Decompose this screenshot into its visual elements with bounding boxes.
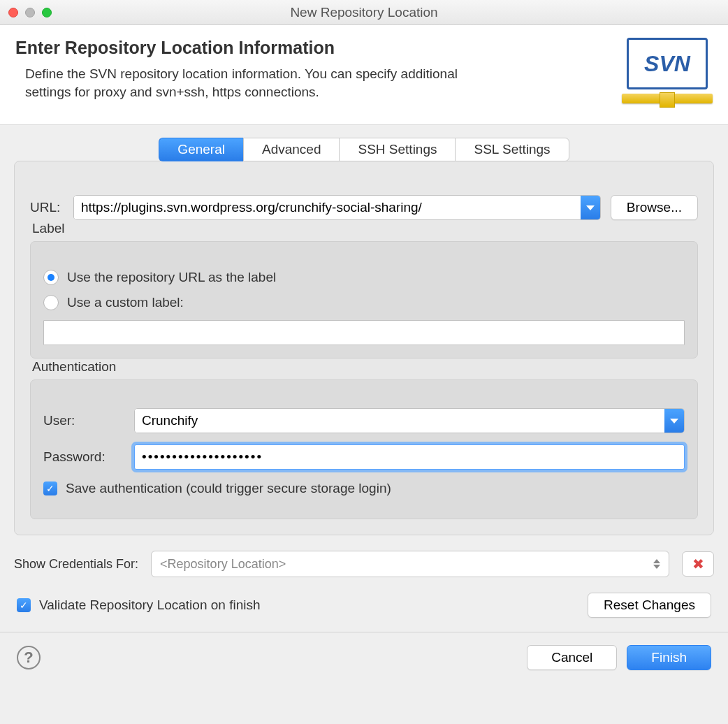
credentials-select[interactable]: <Repository Location>	[151, 551, 669, 577]
authentication-group: Authentication User: Password: ✓ Save au…	[30, 379, 698, 519]
tab-advanced[interactable]: Advanced	[243, 138, 340, 161]
delete-icon: ✖	[692, 556, 704, 572]
chevron-down-icon	[670, 419, 678, 423]
password-label: Password:	[43, 449, 123, 465]
show-credentials-label: Show Credentials For:	[14, 557, 138, 572]
help-icon: ?	[24, 649, 33, 667]
user-dropdown-arrow[interactable]	[664, 409, 684, 433]
validate-checkbox[interactable]: ✓	[17, 598, 31, 612]
tab-ssl-settings[interactable]: SSL Settings	[455, 138, 569, 161]
credentials-placeholder: <Repository Location>	[160, 557, 286, 572]
finish-button[interactable]: Finish	[627, 645, 711, 670]
svn-logo-icon: SVN	[622, 38, 713, 115]
dialog-header: Enter Repository Location Information De…	[0, 25, 728, 125]
save-auth-label: Save authentication (could trigger secur…	[66, 481, 391, 496]
custom-label-input[interactable]	[43, 320, 685, 345]
titlebar: New Repository Location	[0, 0, 728, 25]
browse-button[interactable]: Browse...	[611, 195, 698, 220]
user-input[interactable]	[135, 409, 664, 433]
radio-use-url-label: Use the repository URL as the label	[67, 270, 276, 285]
url-dropdown-arrow[interactable]	[581, 196, 600, 219]
tab-general[interactable]: General	[159, 138, 243, 161]
validate-label: Validate Repository Location on finish	[39, 598, 261, 613]
tabs: General Advanced SSH Settings SSL Settin…	[14, 138, 714, 161]
url-label: URL:	[30, 200, 64, 215]
delete-credentials-button[interactable]: ✖	[682, 551, 714, 577]
general-panel: URL: Browse... Label Use the repository …	[14, 161, 714, 535]
radio-custom-label-text: Use a custom label:	[67, 295, 184, 310]
chevron-down-icon	[586, 205, 595, 210]
reset-changes-button[interactable]: Reset Changes	[588, 593, 711, 618]
label-legend: Label	[31, 221, 66, 236]
window-title: New Repository Location	[0, 5, 728, 20]
url-input[interactable]	[74, 196, 581, 219]
svn-logo-text: SVN	[627, 38, 708, 89]
page-description: Define the SVN repository location infor…	[15, 65, 463, 101]
save-auth-checkbox[interactable]: ✓	[43, 482, 57, 495]
page-title: Enter Repository Location Information	[15, 38, 463, 58]
label-group: Label Use the repository URL as the labe…	[30, 241, 698, 359]
user-combo[interactable]	[134, 408, 685, 433]
tab-ssh-settings[interactable]: SSH Settings	[339, 138, 455, 161]
help-button[interactable]: ?	[17, 646, 41, 669]
user-label: User:	[43, 413, 123, 428]
radio-custom-label[interactable]	[43, 295, 59, 310]
url-combo[interactable]	[73, 195, 601, 220]
radio-use-url[interactable]	[43, 270, 59, 285]
password-input[interactable]	[134, 444, 685, 470]
dialog-footer: ? Cancel Finish	[0, 632, 728, 683]
stepper-icon	[653, 559, 660, 569]
cancel-button[interactable]: Cancel	[527, 645, 617, 670]
auth-legend: Authentication	[31, 359, 117, 375]
